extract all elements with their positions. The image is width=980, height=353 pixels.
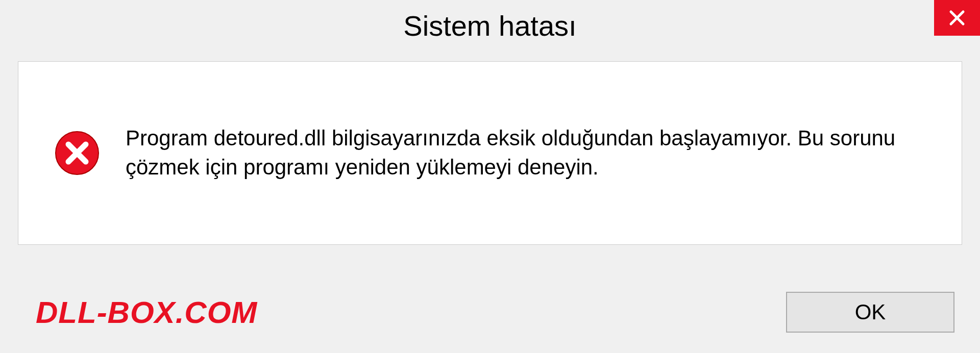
error-message: Program detoured.dll bilgisayarınızda ek…	[126, 124, 926, 182]
watermark-text: DLL-BOX.COM	[36, 295, 257, 330]
bottom-bar: DLL-BOX.COM OK	[0, 287, 980, 338]
title-bar: Sistem hatası	[0, 0, 980, 51]
error-icon	[54, 130, 100, 176]
content-panel: Program detoured.dll bilgisayarınızda ek…	[18, 61, 962, 245]
error-dialog: Sistem hatası Program detoured.dll bilgi…	[0, 0, 980, 353]
close-button[interactable]	[934, 0, 980, 36]
dialog-title: Sistem hatası	[403, 9, 576, 42]
ok-button[interactable]: OK	[786, 292, 954, 333]
close-icon	[947, 8, 967, 28]
